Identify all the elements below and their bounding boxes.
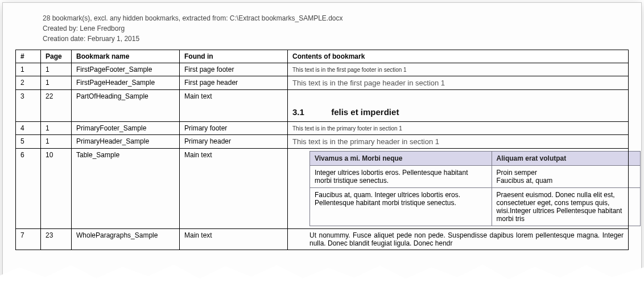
table-row: 6 10 Table_Sample Main text Vivamus a mi…: [16, 149, 629, 229]
cell-found: First page footer: [180, 63, 288, 76]
bookmark-content-text: This text is in the first page footer in…: [292, 67, 407, 73]
col-header-contents: Contents of bookmark: [288, 50, 629, 63]
cell-name: Table_Sample: [72, 149, 180, 229]
cell-page: 1: [41, 135, 72, 149]
heading-text: felis et imperdiet: [331, 107, 399, 117]
inner-col-header-2: Aliquam erat volutpat: [492, 152, 640, 166]
meta-line-author: Created by: Lene Fredborg: [43, 23, 629, 34]
heading-3-1: 3.1 felis et imperdiet: [292, 92, 624, 119]
table-row: 2 1 FirstPageHeader_Sample First page he…: [16, 76, 629, 90]
cell-page: 23: [41, 229, 72, 250]
cell-found: First page header: [180, 76, 288, 90]
meta-line-date: Creation date: February 1, 2015: [43, 34, 629, 44]
table-row: 1 1 FirstPageFooter_Sample First page fo…: [16, 63, 629, 76]
cell-contents: This text is in the primary header in se…: [288, 135, 629, 149]
bookmark-content-text: This text is in the primary header in se…: [292, 137, 439, 146]
cell-page: 22: [41, 90, 72, 122]
cell-page: 1: [41, 76, 72, 90]
cell-num: 3: [16, 90, 41, 122]
cell-contents: Ut nonummy. Fusce aliquet pede non pede.…: [288, 229, 629, 250]
cell-num: 5: [16, 135, 41, 149]
cell-name: PrimaryHeader_Sample: [72, 135, 180, 149]
cell-found: Main text: [180, 149, 288, 229]
cell-contents: This text is in the primary footer in se…: [288, 122, 629, 135]
document-frame: 28 bookmark(s), excl. any hidden bookmar…: [2, 2, 642, 284]
inner-table-row: Faucibus at, quam. Integer ultrices lobo…: [310, 188, 641, 226]
cell-contents: 3.1 felis et imperdiet: [288, 90, 629, 122]
table-row: 4 1 PrimaryFooter_Sample Primary footer …: [16, 122, 629, 135]
inner-cell: Proin semper Faucibus at, quam: [492, 166, 640, 188]
bookmarks-table: # Page Bookmark name Found in Contents o…: [15, 50, 629, 250]
cell-name: FirstPageFooter_Sample: [72, 63, 180, 76]
inner-table-header-row: Vivamus a mi. Morbi neque Aliquam erat v…: [310, 152, 641, 166]
table-row: 3 22 PartOfHeading_Sample Main text 3.1 …: [16, 90, 629, 122]
inner-table-row: Integer ultrices lobortis eros. Pellente…: [310, 166, 641, 188]
inner-col-header-1: Vivamus a mi. Morbi neque: [310, 152, 492, 166]
table-row: 5 1 PrimaryHeader_Sample Primary header …: [16, 135, 629, 149]
col-header-name: Bookmark name: [72, 50, 180, 63]
bookmark-content-text: Ut nonummy. Fusce aliquet pede non pede.…: [292, 231, 624, 247]
cell-num: 6: [16, 149, 41, 229]
cell-contents: This text is in the first page footer in…: [288, 63, 629, 76]
cell-found: Primary header: [180, 135, 288, 149]
cell-found: Primary footer: [180, 122, 288, 135]
cell-page: 1: [41, 122, 72, 135]
table-header-row: # Page Bookmark name Found in Contents o…: [16, 50, 629, 63]
heading-number: 3.1: [292, 107, 329, 117]
bookmark-content-text: This text is in the primary footer in se…: [292, 125, 402, 132]
cell-name: PartOfHeading_Sample: [72, 90, 180, 122]
cell-found: Main text: [180, 229, 288, 250]
inner-table: Vivamus a mi. Morbi neque Aliquam erat v…: [309, 151, 641, 226]
inner-cell: Faucibus at, quam. Integer ultrices lobo…: [310, 188, 492, 226]
col-header-found: Found in: [180, 50, 288, 63]
inner-cell: Integer ultrices lobortis eros. Pellente…: [310, 166, 492, 188]
cell-num: 1: [16, 63, 41, 76]
cell-found: Main text: [180, 90, 288, 122]
cell-num: 7: [16, 229, 41, 250]
cell-contents: This text is in the first page header in…: [288, 76, 629, 90]
table-row: 7 23 WholeParagraphs_Sample Main text Ut…: [16, 229, 629, 250]
cell-page: 1: [41, 63, 72, 76]
cell-name: PrimaryFooter_Sample: [72, 122, 180, 135]
bookmark-content-text: This text is in the first page header in…: [292, 79, 445, 87]
col-header-num: #: [16, 50, 41, 63]
cell-contents: Vivamus a mi. Morbi neque Aliquam erat v…: [288, 149, 629, 229]
col-header-page: Page: [41, 50, 72, 63]
cell-num: 4: [16, 122, 41, 135]
cell-name: FirstPageHeader_Sample: [72, 76, 180, 90]
cell-num: 2: [16, 76, 41, 90]
inner-cell: Praesent euismod. Donec nulla elit est, …: [492, 188, 640, 226]
cell-name: WholeParagraphs_Sample: [72, 229, 180, 250]
meta-line-source: 28 bookmark(s), excl. any hidden bookmar…: [43, 13, 629, 23]
document-meta: 28 bookmark(s), excl. any hidden bookmar…: [43, 13, 629, 44]
cell-page: 10: [41, 149, 72, 229]
